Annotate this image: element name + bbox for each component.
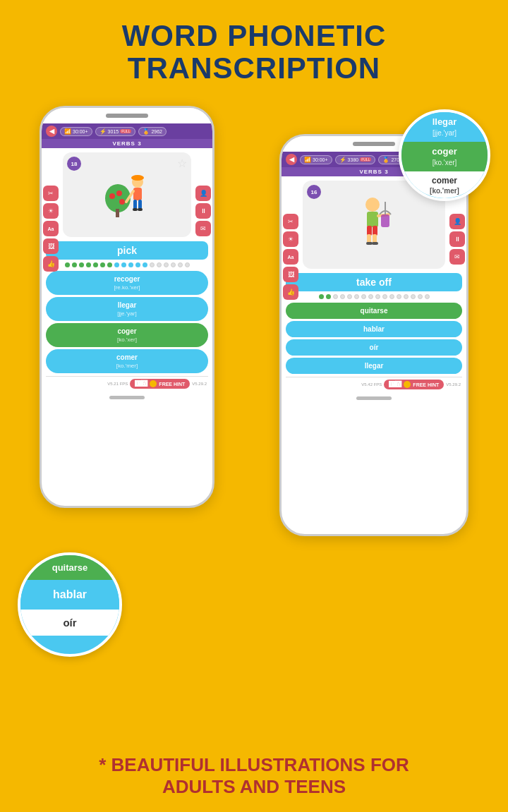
svg-point-3: [116, 190, 122, 196]
dot: [150, 262, 155, 267]
side-buttons-right-panel: 👤 ⏸ ✉: [195, 186, 211, 236]
circle-left-item-1: quitarse: [20, 555, 119, 580]
wifi-icon-left: 📶: [64, 128, 71, 135]
dot: [425, 294, 430, 299]
text-btn-right[interactable]: Aa: [283, 249, 298, 265]
dot: [361, 294, 366, 299]
pause-btn-right[interactable]: ⏸: [449, 231, 465, 247]
side-buttons-left: ✂ ☀ Aa 🖼 👍: [43, 186, 59, 272]
svg-point-4: [119, 199, 125, 205]
image-btn-left[interactable]: 🖼: [43, 238, 59, 254]
mail-btn-right[interactable]: ✉: [449, 249, 465, 265]
svg-point-14: [365, 198, 380, 212]
dot: [185, 262, 190, 267]
dot: [143, 262, 147, 267]
title-line2: TRANSCRIPTION: [0, 52, 508, 85]
card-number-right: 16: [307, 185, 321, 199]
back-button-right[interactable]: ◀: [286, 154, 297, 165]
answer-btn-2-right[interactable]: hablar: [286, 321, 462, 337]
svg-rect-15: [367, 212, 378, 227]
title-line1: WORD PHONETIC: [0, 20, 508, 52]
dot: [79, 262, 84, 267]
card-number-left: 18: [67, 157, 81, 171]
phone-left-home: [42, 391, 212, 404]
cut-btn-left[interactable]: ✂: [43, 186, 59, 201]
sun-btn-right[interactable]: ☀: [283, 231, 298, 247]
answer-btn-3-right[interactable]: oír: [286, 339, 462, 356]
illustration-left: [102, 166, 152, 223]
bottom-text: * BEAUTIFUL ILLUSTRATIONS FOR ADULTS AND…: [0, 754, 508, 798]
svg-rect-21: [372, 242, 378, 245]
coin-icon-left: 🏅: [143, 128, 150, 135]
hint-circle-right: [404, 381, 411, 388]
hint-btn-right[interactable]: 🅿🅰 FREE HINT: [384, 380, 444, 389]
svg-rect-1: [116, 209, 119, 217]
hint-icon-right: 🅿🅰: [389, 381, 401, 388]
dot: [368, 294, 373, 299]
thumb-btn-right[interactable]: 👍: [283, 284, 298, 300]
dot: [319, 294, 324, 299]
bottom-line1: * BEAUTIFUL ILLUSTRATIONS FOR: [14, 754, 494, 776]
phone-left: ◀ 📶 30:00+ ⚡ 3015 FULL 🏅 2962 VERBS 3 ✂ …: [40, 106, 214, 508]
mail-btn-left[interactable]: ✉: [195, 221, 211, 236]
fps-left: V5.21 FPS: [107, 382, 128, 386]
dot: [382, 294, 387, 299]
home-pill-right: [356, 396, 392, 400]
user-btn-right[interactable]: 👤: [449, 214, 465, 229]
svg-point-0: [105, 184, 131, 212]
dot: [375, 294, 380, 299]
version-left: V5.29.2: [192, 382, 207, 386]
answer-btn-4-left[interactable]: comer[ko.'mer]: [46, 349, 208, 373]
star-icon-left: ☆: [177, 157, 187, 170]
answer-btn-2-left[interactable]: llegar[jje.'yar]: [46, 297, 208, 321]
dot: [72, 262, 77, 267]
phone-right-dots: [353, 142, 395, 146]
dot: [397, 294, 401, 299]
score-badge-left: ⚡ 3015 FULL: [95, 127, 136, 136]
time-badge-left: 📶 30:00+: [60, 127, 92, 136]
svg-point-2: [109, 193, 115, 199]
progress-dots-right: [282, 291, 466, 301]
sun-btn-left[interactable]: ☀: [43, 203, 59, 219]
dot: [86, 262, 91, 267]
cut-btn-right[interactable]: ✂: [283, 214, 298, 229]
answer-btn-1-right[interactable]: quitarse: [286, 303, 462, 319]
circle-right: llegar[jje.'yar] coger[ko.'xer] comer[ko…: [399, 109, 490, 201]
user-btn-left[interactable]: 👤: [195, 186, 211, 201]
svg-rect-8: [133, 188, 142, 200]
side-buttons-right-left: ✂ ☀ Aa 🖼 👍: [283, 214, 298, 300]
card-word-left: pick: [46, 241, 208, 260]
thumb-btn-left[interactable]: 👍: [43, 256, 59, 272]
bolt-icon-left: ⚡: [99, 128, 107, 135]
pause-btn-left[interactable]: ⏸: [195, 203, 211, 219]
circle-left-item-3: oír: [20, 610, 119, 636]
dot: [121, 262, 126, 267]
svg-rect-17: [373, 226, 377, 236]
answer-btn-3-left[interactable]: coger[ko.'xer]: [46, 323, 208, 347]
circle-left-item-2: hablar: [20, 580, 119, 610]
card-area-left: 18 ☆: [63, 152, 191, 237]
svg-rect-24: [381, 214, 389, 227]
progress-dots-left: [42, 260, 212, 269]
text-btn-left[interactable]: Aa: [43, 221, 59, 236]
answer-btn-4-right[interactable]: llegar: [286, 358, 462, 374]
dot: [347, 294, 352, 299]
dot: [340, 294, 345, 299]
hint-btn-left[interactable]: 🅿🅰 FREE HINT: [130, 379, 190, 389]
dot: [411, 294, 416, 299]
dot: [65, 262, 70, 267]
coins-badge-left: 🏅 2962: [138, 127, 167, 136]
svg-rect-11: [133, 208, 138, 211]
answer-btn-1-left[interactable]: recoger[re.ko.'xer]: [46, 271, 208, 295]
back-button-left[interactable]: ◀: [46, 126, 57, 137]
phone-left-notch: [42, 108, 212, 123]
circle-left: quitarse hablar oír: [18, 552, 122, 657]
hint-bar-right: V5.42 FPS 🅿🅰 FREE HINT V5.29.2: [282, 377, 466, 392]
dot: [404, 294, 409, 299]
svg-rect-20: [366, 242, 373, 245]
image-btn-right[interactable]: 🖼: [283, 267, 298, 282]
illustration-right: [348, 195, 401, 255]
phone-right-home: [282, 392, 466, 404]
hint-icon-left: 🅿🅰: [135, 380, 147, 387]
dot: [128, 262, 133, 267]
